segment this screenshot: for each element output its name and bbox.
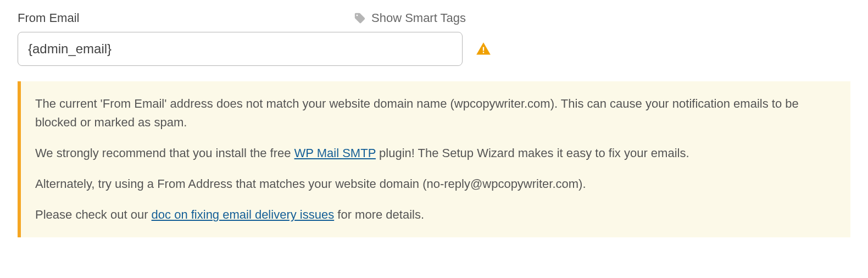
notice-paragraph-4: Please check out our doc on fixing email… [35, 205, 836, 224]
show-smart-tags-label: Show Smart Tags [371, 11, 466, 25]
svg-rect-0 [483, 47, 484, 51]
warning-notice: The current 'From Email' address does no… [18, 81, 850, 237]
svg-rect-1 [483, 52, 484, 53]
notice-text: plugin! The Setup Wizard makes it easy t… [376, 146, 689, 160]
notice-paragraph-1: The current 'From Email' address does no… [35, 94, 836, 132]
show-smart-tags-toggle[interactable]: Show Smart Tags [354, 11, 466, 25]
input-row [18, 32, 850, 66]
notice-text: for more details. [334, 208, 424, 221]
doc-link[interactable]: doc on fixing email delivery issues [152, 208, 335, 221]
notice-paragraph-3: Alternately, try using a From Address th… [35, 175, 836, 193]
warning-icon [476, 41, 491, 57]
from-email-input[interactable] [18, 32, 463, 66]
notice-paragraph-2: We strongly recommend that you install t… [35, 144, 836, 163]
field-label: From Email [18, 11, 79, 25]
notice-text: Please check out our [35, 208, 152, 221]
wp-mail-smtp-link[interactable]: WP Mail SMTP [294, 146, 376, 160]
tag-icon [354, 12, 366, 24]
field-header: From Email Show Smart Tags [18, 11, 850, 25]
notice-text: We strongly recommend that you install t… [35, 146, 294, 160]
